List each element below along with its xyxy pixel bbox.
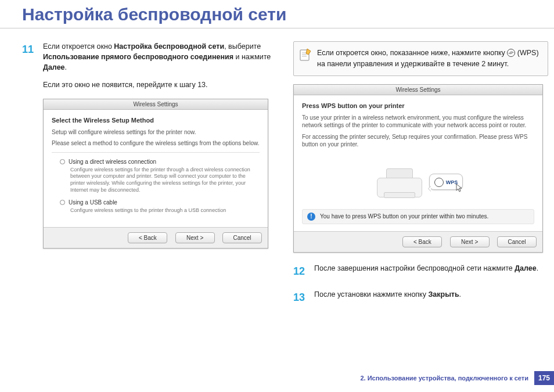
cursor-icon: [455, 184, 463, 193]
info-icon: !: [307, 213, 315, 221]
alert-row: ! You have to press WPS button on your p…: [302, 209, 534, 224]
text: После установки нажмите кнопку: [314, 290, 428, 299]
cancel-button[interactable]: Cancel: [497, 236, 537, 247]
radio-icon: [60, 159, 65, 164]
text-bold: Далее: [515, 264, 537, 272]
radio-icon: [60, 200, 65, 205]
text: и нажмите: [233, 53, 271, 61]
text: После завершения настройки беспроводной …: [314, 264, 515, 272]
option-label: Using a direct wireless connection: [69, 159, 156, 165]
text: .: [65, 63, 67, 71]
text: Если это окно не появится, перейдите к ш…: [43, 80, 277, 90]
dialog-heading: Select the Wireless Setup Method: [52, 117, 260, 124]
step-number: 13: [293, 289, 314, 305]
option-desc: Configure wireless settings for the prin…: [70, 167, 260, 194]
option-usb-cable[interactable]: Using a USB cable Configure wireless set…: [52, 199, 260, 214]
printer-icon: [373, 166, 426, 197]
dialog-press-wps: Wireless Settings Press WPS button on yo…: [293, 84, 543, 253]
next-button[interactable]: Next >: [175, 232, 215, 243]
dialog-title: Wireless Settings: [44, 99, 268, 110]
step-number: 12: [293, 263, 314, 279]
dialog-heading: Press WPS button on your printer: [302, 102, 534, 109]
step-number: 11: [22, 41, 43, 91]
footer: 2. Использование устройства, подключенно…: [360, 371, 554, 385]
option-desc: Configure wireless settings to the print…: [70, 207, 260, 214]
step-12: 12 После завершения настройки беспроводн…: [293, 263, 548, 279]
wps-icon: [507, 49, 515, 57]
dialog-text: For accessing the printer securely, Setu…: [302, 133, 534, 149]
back-button[interactable]: < Back: [128, 232, 167, 243]
text-bold: Далее: [43, 63, 65, 71]
note-icon: [300, 48, 311, 62]
text: , выберите: [224, 42, 261, 51]
dialog-text: Please select a method to configure the …: [52, 139, 260, 148]
note-text: Если откроется окно, показанное ниже, на…: [317, 49, 507, 57]
wps-icon: [434, 178, 444, 187]
text-bold: Использование прямого беспроводного соед…: [43, 53, 233, 61]
alert-text: You have to press WPS button on your pri…: [320, 213, 488, 220]
text-bold: Настройка беспроводной сети: [114, 42, 224, 51]
illustration: WPS: [302, 152, 534, 206]
next-button[interactable]: Next >: [450, 236, 490, 247]
dialog-text: To use your printer in a wireless networ…: [302, 114, 534, 130]
wps-callout: WPS: [429, 174, 463, 190]
text: .: [459, 290, 461, 299]
text-bold: Закрыть: [428, 290, 459, 299]
dialog-title: Wireless Settings: [294, 85, 542, 95]
footer-text: 2. Использование устройства, подключенно…: [360, 375, 534, 382]
step-13: 13 После установки нажмите кнопку Закрыт…: [293, 289, 548, 305]
page-title: Настройка беспроводной сети: [0, 0, 554, 28]
dialog-wireless-setup-method: Wireless Settings Select the Wireless Se…: [43, 99, 268, 249]
note-box: Если откроется окно, показанное ниже, на…: [293, 41, 548, 76]
text: .: [537, 264, 538, 272]
dialog-text: Setup will configure wireless settings f…: [52, 128, 260, 136]
cancel-button[interactable]: Cancel: [222, 232, 262, 243]
page-number: 175: [534, 371, 554, 385]
text: Если откроется окно: [43, 42, 114, 51]
option-label: Using a USB cable: [69, 199, 117, 206]
option-direct-wireless[interactable]: Using a direct wireless connection Confi…: [52, 159, 260, 194]
back-button[interactable]: < Back: [402, 236, 442, 247]
step-11: 11 Если откроется окно Настройка беспров…: [22, 41, 277, 91]
